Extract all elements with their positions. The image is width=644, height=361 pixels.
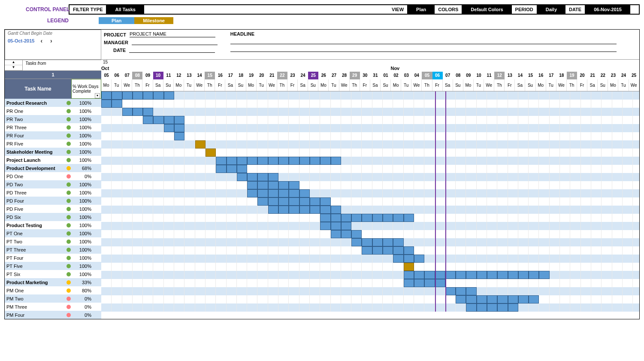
gantt-bar[interactable] xyxy=(341,230,351,238)
gantt-bar[interactable] xyxy=(341,222,351,230)
gantt-bar[interactable] xyxy=(227,165,237,173)
gantt-bar[interactable] xyxy=(299,157,310,165)
gantt-bar[interactable] xyxy=(247,181,257,189)
view-value[interactable]: Plan xyxy=(408,5,435,14)
gantt-bar[interactable] xyxy=(331,214,341,222)
task-row[interactable]: PT Six100% xyxy=(5,270,101,278)
gantt-bar[interactable] xyxy=(383,238,393,246)
gantt-bar[interactable] xyxy=(174,116,184,124)
gantt-bar[interactable] xyxy=(487,303,497,312)
gantt-bar[interactable] xyxy=(122,91,133,100)
gantt-bar[interactable] xyxy=(257,189,268,197)
gantt-bar[interactable] xyxy=(299,189,310,197)
gantt-bar[interactable] xyxy=(466,295,476,303)
task-row[interactable]: PR One100% xyxy=(5,107,101,115)
gantt-bar[interactable] xyxy=(508,295,518,303)
gantt-bar[interactable] xyxy=(435,271,445,279)
gantt-bar[interactable] xyxy=(247,173,257,181)
gantt-bar[interactable] xyxy=(122,108,133,116)
gantt-bar[interactable] xyxy=(331,230,341,238)
gantt-bar[interactable] xyxy=(424,271,435,279)
gantt-bar[interactable] xyxy=(372,246,383,255)
task-row[interactable]: PT Two100% xyxy=(5,237,101,246)
gantt-bar[interactable] xyxy=(133,91,143,100)
gantt-bar[interactable] xyxy=(164,124,174,132)
task-row[interactable]: PD Three100% xyxy=(5,188,101,197)
gantt-bar[interactable] xyxy=(320,222,330,230)
gantt-bar[interactable] xyxy=(278,181,289,189)
gantt-bar[interactable] xyxy=(331,206,341,214)
gantt-bar[interactable] xyxy=(372,214,383,222)
task-row[interactable]: Product Marketing33% xyxy=(5,278,101,286)
gantt-bar[interactable] xyxy=(278,157,289,165)
gantt-bar[interactable] xyxy=(331,157,341,165)
gantt-bar[interactable] xyxy=(477,271,487,279)
gantt-bar[interactable] xyxy=(320,214,330,222)
gantt-bar[interactable] xyxy=(518,295,529,303)
task-row[interactable]: PM Four0% xyxy=(5,311,101,319)
gantt-bar[interactable] xyxy=(414,271,424,279)
gantt-bar[interactable] xyxy=(164,91,174,100)
gantt-bar[interactable] xyxy=(539,271,549,279)
task-row[interactable]: PR Two100% xyxy=(5,115,101,123)
gantt-bar[interactable] xyxy=(278,206,289,214)
gantt-bar[interactable] xyxy=(404,246,414,255)
manager-value[interactable] xyxy=(132,39,218,45)
gantt-bar[interactable] xyxy=(112,91,122,100)
sort-up-button[interactable]: ▲ xyxy=(5,60,22,65)
gantt-bar[interactable] xyxy=(268,206,278,214)
gantt-bar[interactable] xyxy=(487,271,497,279)
task-row[interactable]: Stakeholder Meeting100% xyxy=(5,148,101,156)
gantt-bar[interactable] xyxy=(497,295,508,303)
gantt-bar[interactable] xyxy=(257,181,268,189)
gantt-bar[interactable] xyxy=(195,140,206,149)
gantt-bar[interactable] xyxy=(466,287,476,295)
gantt-bar[interactable] xyxy=(487,295,497,303)
gantt-bar[interactable] xyxy=(404,263,414,271)
gantt-bar[interactable] xyxy=(247,157,257,165)
gantt-bar[interactable] xyxy=(351,214,362,222)
gantt-bar[interactable] xyxy=(227,157,237,165)
date-field-value[interactable] xyxy=(129,47,215,53)
next-date-button[interactable]: › xyxy=(48,37,54,44)
gantt-bar[interactable] xyxy=(257,173,268,181)
gantt-bar[interactable] xyxy=(320,157,330,165)
gantt-bar[interactable] xyxy=(299,197,310,206)
period-value[interactable]: Daily xyxy=(537,5,565,14)
gantt-bar[interactable] xyxy=(351,230,362,238)
gantt-bar[interactable] xyxy=(362,214,372,222)
gantt-bar[interactable] xyxy=(153,116,163,124)
gantt-bar[interactable] xyxy=(477,295,487,303)
gantt-bar[interactable] xyxy=(456,287,466,295)
task-row[interactable]: PR Four100% xyxy=(5,131,101,140)
gantt-bar[interactable] xyxy=(268,181,278,189)
pct-complete-header[interactable]: % Work Days Complete ▾ xyxy=(71,79,101,99)
task-row[interactable]: PD Two100% xyxy=(5,180,101,188)
colors-value[interactable]: Default Colors xyxy=(462,5,511,14)
gantt-bar[interactable] xyxy=(133,108,143,116)
prev-date-button[interactable]: ‹ xyxy=(39,37,44,44)
gantt-bar[interactable] xyxy=(497,271,508,279)
gantt-bar[interactable] xyxy=(508,303,518,312)
gantt-bar[interactable] xyxy=(206,149,216,157)
task-row[interactable]: PR Five100% xyxy=(5,140,101,148)
gantt-bar[interactable] xyxy=(174,124,184,132)
gantt-bar[interactable] xyxy=(404,271,414,279)
gantt-bar[interactable] xyxy=(320,197,330,206)
gantt-bar[interactable] xyxy=(435,279,445,287)
gantt-bar[interactable] xyxy=(268,173,278,181)
project-value[interactable]: PROJECT NAME xyxy=(130,31,215,37)
gantt-bar[interactable] xyxy=(518,271,529,279)
sort-down-button[interactable]: ▼ xyxy=(5,65,22,70)
gantt-bar[interactable] xyxy=(393,255,403,263)
task-row[interactable]: PD Four100% xyxy=(5,197,101,205)
gantt-bar[interactable] xyxy=(310,206,320,214)
task-row[interactable]: PD Five100% xyxy=(5,205,101,213)
gantt-bar[interactable] xyxy=(456,295,466,303)
gantt-bar[interactable] xyxy=(310,157,320,165)
task-row[interactable]: PD One0% xyxy=(5,172,101,180)
gantt-bar[interactable] xyxy=(237,173,247,181)
gantt-bar[interactable] xyxy=(383,214,393,222)
gantt-bar[interactable] xyxy=(289,181,299,189)
gantt-bar[interactable] xyxy=(362,246,372,255)
